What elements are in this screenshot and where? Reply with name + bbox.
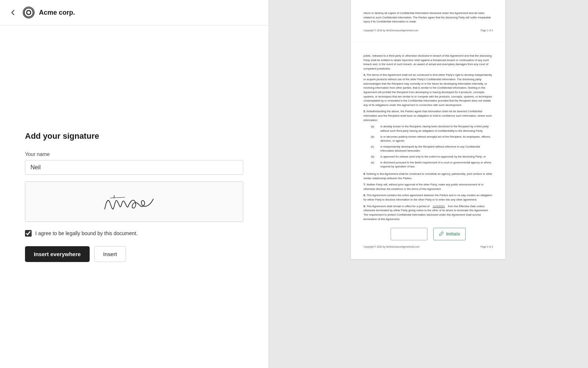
back-button[interactable]: [7, 7, 18, 18]
doc-footer-left-2: Copyright © 2020 by NonDisclosureAgreeme…: [363, 245, 420, 248]
doc-para-3: 4. The terms of this Agreement shall not…: [363, 73, 493, 107]
right-panel: return or destroy all copies of Confiden…: [268, 0, 588, 368]
initials-input[interactable]: [391, 228, 427, 240]
doc-para-2: public, released to a third party or oth…: [363, 54, 493, 71]
insert-button[interactable]: Insert: [94, 246, 126, 262]
logo-icon: [23, 7, 35, 18]
name-input[interactable]: [25, 160, 243, 175]
doc-para-9: 9. This Agreement shall remain in effect…: [363, 204, 493, 222]
doc-footer-right-2: Page 2 of 3: [481, 245, 493, 248]
document-page-1: return or destroy all copies of Confiden…: [351, 0, 505, 43]
svg-point-1: [27, 11, 31, 14]
initials-button-label: Initials: [446, 231, 460, 237]
list-item-c: (c) Is independently developed by the Re…: [371, 145, 493, 153]
signature-svg: [94, 185, 175, 218]
checkbox-row: I agree to be legally bound by this docu…: [25, 230, 243, 237]
insert-everywhere-button[interactable]: Insert everywhere: [25, 246, 90, 262]
pen-icon: [439, 231, 444, 237]
doc-footer-left-1: Copyright © 2018 by NonDisclosureAgreeme…: [363, 29, 418, 32]
header: Acme corp.: [0, 0, 268, 25]
list-item-a: (a) Is already known to the Recipient, h…: [371, 124, 493, 133]
doc-para-8: 8. This Agreement contains the entire ag…: [363, 193, 493, 202]
initials-row: Initials: [363, 228, 493, 240]
doc-footer-1: Copyright © 2018 by NonDisclosureAgreeme…: [363, 28, 493, 32]
doc-footer-right-1: Page 1 of 3: [481, 29, 493, 32]
left-panel: Acme corp. Add your signature Your name …: [0, 0, 268, 368]
doc-footer-2: Copyright © 2020 by NonDisclosureAgreeme…: [363, 244, 493, 248]
legal-checkbox[interactable]: [25, 230, 32, 237]
signature-box: [25, 181, 243, 222]
signature-panel: Add your signature Your name I agree to …: [0, 25, 268, 368]
doc-para-6: 6. Nothing in this Agreement shall be co…: [363, 172, 493, 180]
initials-button[interactable]: Initials: [433, 228, 466, 240]
document-page-2: public, released to a third party or oth…: [351, 43, 505, 259]
company-name: Acme corp.: [39, 9, 75, 17]
svg-point-0: [24, 8, 33, 17]
checkbox-label: I agree to be legally bound by this docu…: [35, 230, 138, 236]
list-item-b: (b) Is or becomes publicly known without…: [371, 135, 493, 143]
doc-para-1: return or destroy all copies of Confiden…: [363, 11, 493, 24]
list-item-e: (e) Is disclosed pursuant to the lawful …: [371, 160, 493, 169]
button-row: Insert everywhere Insert: [25, 246, 243, 262]
list-item-d: (d) Is approved for release (and only to…: [371, 155, 493, 159]
panel-title: Add your signature: [25, 131, 243, 141]
doc-para-4: 5. Notwithstanding the above, the Partie…: [363, 109, 493, 122]
doc-para-7: 7. Neither Party will, without prior app…: [363, 183, 493, 191]
name-label: Your name: [25, 151, 243, 157]
